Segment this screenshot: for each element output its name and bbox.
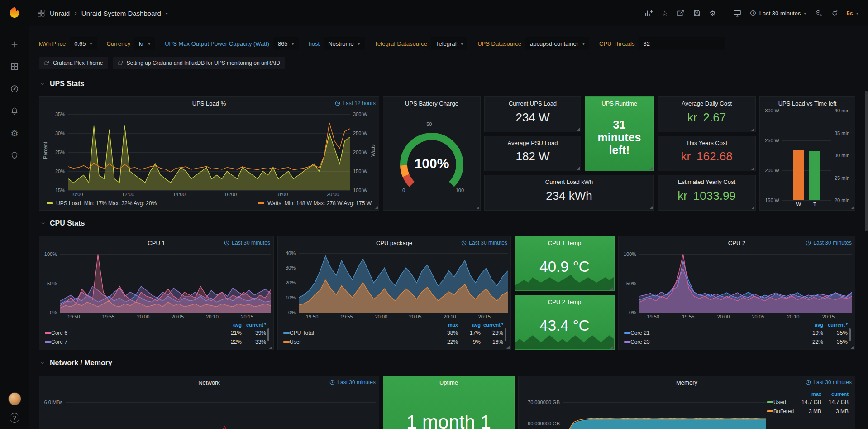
- variable-host: host Nostromo▾: [309, 37, 365, 50]
- user-avatar[interactable]: [9, 393, 21, 405]
- section-header-cpu-stats[interactable]: CPU Stats: [39, 217, 855, 230]
- apps-grid-icon[interactable]: [37, 9, 45, 17]
- panel-average-psu-load[interactable]: Average PSU Load 182 W: [484, 136, 581, 172]
- dashboards-icon[interactable]: [10, 62, 19, 72]
- panel-resize-handle[interactable]: [610, 287, 613, 290]
- chart-plot[interactable]: [639, 250, 852, 313]
- chart-plot[interactable]: [68, 111, 350, 190]
- panel-uptime[interactable]: Uptime 1 month 1: [383, 376, 515, 429]
- refresh-interval-picker[interactable]: 5s ▾: [844, 6, 862, 20]
- zoom-out-button[interactable]: [811, 6, 826, 20]
- panel-resize-handle[interactable]: [649, 167, 653, 170]
- panel-resize-handle[interactable]: [610, 346, 613, 349]
- legend-sort-header[interactable]: current▾: [823, 322, 848, 328]
- variable-value-dropdown[interactable]: Telegraf▾: [431, 37, 467, 50]
- panel-header[interactable]: CPU 1 Last 30 minutes: [39, 236, 273, 249]
- legend-sort-header[interactable]: current▾: [481, 322, 503, 328]
- help-icon[interactable]: ?: [10, 413, 19, 423]
- star-dashboard-button[interactable]: ☆: [658, 6, 672, 20]
- legend-row[interactable]: User 22% 9% 16%: [283, 337, 503, 347]
- create-plus-icon[interactable]: [10, 39, 19, 49]
- explore-compass-icon[interactable]: [10, 84, 19, 94]
- configuration-gear-icon[interactable]: ⚙: [10, 128, 19, 138]
- share-dashboard-button[interactable]: [673, 6, 688, 20]
- dashboard-settings-button[interactable]: ⚙: [706, 6, 720, 20]
- panel-resize-handle[interactable]: [649, 206, 653, 209]
- time-range-picker[interactable]: Last 30 minutes ▾: [747, 6, 810, 20]
- legend-row[interactable]: Buffered 3 MB 3 MB: [767, 407, 849, 416]
- y-tick-label: 20 min: [835, 198, 849, 203]
- panel-cpu-1-temp[interactable]: CPU 1 Temp 40.9 °C: [515, 236, 615, 291]
- cycle-view-monitor-icon[interactable]: [730, 6, 745, 20]
- legend-sort-header[interactable]: max: [794, 391, 821, 397]
- panel-header[interactable]: UPS Load % Last 12 hours: [39, 97, 379, 110]
- variable-value-input[interactable]: 32: [639, 37, 725, 50]
- legend-row[interactable]: Core 21 19% 35%: [624, 328, 848, 337]
- panel-resize-handle[interactable]: [506, 346, 510, 349]
- legend-scrollbar[interactable]: [505, 328, 506, 341]
- panel-resize-handle[interactable]: [577, 167, 580, 170]
- grafana-logo[interactable]: [8, 6, 21, 19]
- add-panel-button[interactable]: [641, 6, 656, 20]
- section-header-network-memory[interactable]: Network / Memory: [39, 356, 855, 370]
- section-header-ups-stats[interactable]: UPS Stats: [39, 77, 855, 91]
- legend-scrollbar[interactable]: [267, 328, 269, 341]
- variable-value-dropdown[interactable]: 0.65▾: [70, 37, 96, 50]
- dashboard-link[interactable]: Setting up Grafana and InfluxDB for UPS …: [113, 57, 286, 69]
- panel-this-years-cost[interactable]: This Years Cost kr162.68: [658, 136, 756, 172]
- panel-resize-handle[interactable]: [577, 128, 580, 131]
- panel-header[interactable]: Network Last 30 minutes: [39, 376, 379, 389]
- legend-sort-header[interactable]: avg: [799, 322, 823, 328]
- legend-item-watts[interactable]: Watts Min: 148 W Max: 278 W Avg: 175 W: [258, 200, 372, 207]
- chart-plot[interactable]: [299, 250, 508, 313]
- variable-value-dropdown[interactable]: apcupsd-container▾: [525, 37, 589, 50]
- dashboard-link[interactable]: Grafana Plex Theme: [39, 57, 108, 69]
- breadcrumb-org[interactable]: Unraid: [50, 10, 70, 17]
- panel-resize-handle[interactable]: [851, 206, 854, 209]
- variable-value-dropdown[interactable]: kr▾: [134, 37, 155, 50]
- variable-value-dropdown[interactable]: Nostromo▾: [324, 37, 364, 50]
- save-dashboard-button[interactable]: [690, 6, 704, 20]
- chart-plot[interactable]: [60, 250, 271, 313]
- legend-scrollbar[interactable]: [849, 328, 851, 341]
- refresh-button[interactable]: [828, 6, 842, 20]
- panel-cpu-2-temp[interactable]: CPU 2 Temp 43.4 °C: [515, 295, 615, 350]
- legend-sort-header[interactable]: current: [821, 391, 849, 397]
- panel-header[interactable]: UPS Battery Charge: [383, 97, 480, 110]
- panel-header[interactable]: CPU 2 Last 30 minutes: [619, 236, 855, 249]
- battery-gauge[interactable]: 100%050100: [389, 121, 475, 201]
- legend-sort-header[interactable]: current▾: [242, 322, 266, 328]
- legend-row[interactable]: Core 6 21% 39%: [45, 328, 266, 337]
- alerting-bell-icon[interactable]: [10, 106, 19, 116]
- dashboard-dropdown-caret-icon[interactable]: ▾: [166, 11, 168, 16]
- panel-header[interactable]: CPU package Last 30 minutes: [278, 236, 510, 249]
- panel-ups-runtime[interactable]: UPS Runtime 31 minutes left!: [585, 96, 654, 171]
- variable-value-dropdown[interactable]: 865▾: [273, 37, 299, 50]
- panel-resize-handle[interactable]: [375, 206, 378, 209]
- legend-sort-header[interactable]: avg: [217, 322, 242, 328]
- legend-row[interactable]: Core 7 22% 33%: [45, 337, 266, 347]
- legend-sort-header[interactable]: max: [435, 322, 458, 328]
- breadcrumb-dashboard-title[interactable]: Unraid System Dashboard: [81, 10, 161, 17]
- legend-row[interactable]: CPU Total 38% 17% 28%: [283, 328, 503, 337]
- panel-estimated-yearly-cost[interactable]: Estimated Yearly Cost kr1033.99: [658, 175, 756, 211]
- legend-sort-header[interactable]: avg: [458, 322, 481, 328]
- page-scrollbar[interactable]: [865, 91, 868, 231]
- panel-resize-handle[interactable]: [751, 128, 754, 131]
- chart-plot[interactable]: [563, 390, 766, 429]
- panel-resize-handle[interactable]: [851, 346, 854, 349]
- panel-header[interactable]: Memory Last 30 minutes: [519, 376, 855, 389]
- legend-item-ups-load[interactable]: UPS Load Min: 17% Max: 32% Avg: 20%: [47, 200, 157, 207]
- legend-row[interactable]: Core 23 22% 35%: [624, 337, 848, 347]
- panel-current-ups-load[interactable]: Current UPS Load 234 W: [484, 96, 581, 132]
- panel-resize-handle[interactable]: [476, 206, 479, 209]
- legend-row[interactable]: Used 14.7 GB 14.7 GB: [767, 398, 849, 407]
- panel-average-daily-cost[interactable]: Average Daily Cost kr2.67: [658, 96, 756, 132]
- panel-current-load-kwh[interactable]: Current Load kWh 234 kWh: [484, 175, 654, 211]
- chart-plot[interactable]: [782, 111, 831, 200]
- server-admin-shield-icon[interactable]: [10, 150, 19, 160]
- panel-resize-handle[interactable]: [269, 346, 272, 349]
- panel-resize-handle[interactable]: [751, 206, 754, 209]
- panel-resize-handle[interactable]: [751, 167, 754, 170]
- chart-plot[interactable]: [66, 390, 376, 429]
